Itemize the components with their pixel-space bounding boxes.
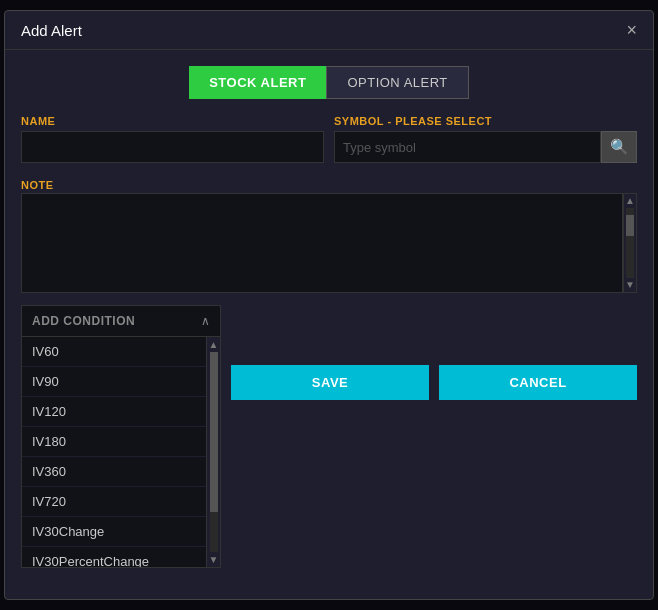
list-item[interactable]: IV180 (22, 427, 206, 457)
close-button[interactable]: × (626, 21, 637, 39)
list-scrollbar: ▲ ▼ (206, 337, 220, 567)
fields-row: NAME SYMBOL - PLEASE SELECT 🔍 (21, 115, 637, 163)
stock-alert-button[interactable]: STOCK ALERT (189, 66, 326, 99)
modal-title: Add Alert (21, 22, 82, 39)
list-scroll-up: ▲ (209, 339, 219, 350)
action-buttons: SAVE CANCEL (231, 365, 637, 400)
list-scroll-down: ▼ (209, 554, 219, 565)
list-item[interactable]: IV360 (22, 457, 206, 487)
note-textarea[interactable] (21, 193, 623, 293)
list-scroll-thumb (210, 352, 218, 512)
note-label: NOTE (21, 179, 54, 191)
modal-body: STOCK ALERT OPTION ALERT NAME SYMBOL - P… (5, 50, 653, 584)
list-item[interactable]: IV120 (22, 397, 206, 427)
list-item[interactable]: IV90 (22, 367, 206, 397)
option-alert-button[interactable]: OPTION ALERT (326, 66, 468, 99)
search-button[interactable]: 🔍 (601, 131, 637, 163)
list-item[interactable]: IV30Change (22, 517, 206, 547)
symbol-row: 🔍 (334, 131, 637, 163)
symbol-group: SYMBOL - PLEASE SELECT 🔍 (334, 115, 637, 163)
modal-header: Add Alert × (5, 11, 653, 50)
chevron-up-icon: ∧ (201, 314, 210, 328)
list-item[interactable]: IV720 (22, 487, 206, 517)
condition-dropdown: ADD CONDITION ∧ IV60 IV90 IV120 IV180 IV… (21, 305, 221, 568)
note-wrapper: ▲ ▼ (21, 193, 637, 293)
note-section: NOTE ▲ ▼ (21, 175, 637, 293)
name-group: NAME (21, 115, 324, 163)
name-input[interactable] (21, 131, 324, 163)
scroll-up-arrow: ▲ (625, 196, 635, 206)
bottom-section: ADD CONDITION ∧ IV60 IV90 IV120 IV180 IV… (21, 305, 637, 568)
name-label: NAME (21, 115, 324, 127)
condition-list-wrapper: IV60 IV90 IV120 IV180 IV360 IV720 IV30Ch… (22, 337, 220, 567)
note-scrollbar: ▲ ▼ (623, 193, 637, 293)
scroll-track (626, 208, 634, 278)
add-condition-label: ADD CONDITION (32, 314, 135, 328)
condition-list: IV60 IV90 IV120 IV180 IV360 IV720 IV30Ch… (22, 337, 220, 567)
condition-header[interactable]: ADD CONDITION ∧ (22, 306, 220, 337)
scroll-thumb (626, 215, 634, 236)
list-item[interactable]: IV60 (22, 337, 206, 367)
actions-area: SAVE CANCEL (231, 305, 637, 400)
search-icon: 🔍 (610, 138, 629, 156)
symbol-input[interactable] (334, 131, 601, 163)
add-alert-modal: Add Alert × STOCK ALERT OPTION ALERT NAM… (4, 10, 654, 600)
scroll-down-arrow: ▼ (625, 280, 635, 290)
list-scroll-track (210, 352, 218, 552)
cancel-button[interactable]: CANCEL (439, 365, 637, 400)
save-button[interactable]: SAVE (231, 365, 429, 400)
list-item[interactable]: IV30PercentChange (22, 547, 206, 567)
alert-type-row: STOCK ALERT OPTION ALERT (21, 66, 637, 99)
symbol-label: SYMBOL - PLEASE SELECT (334, 115, 637, 127)
